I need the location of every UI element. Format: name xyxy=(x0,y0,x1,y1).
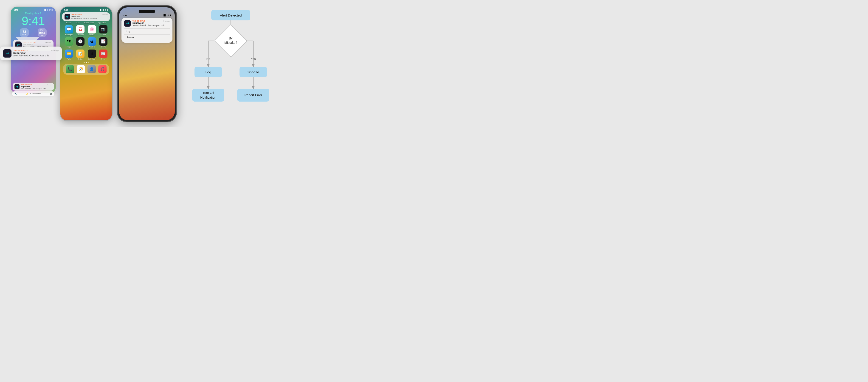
notif-action-icon xyxy=(124,20,131,27)
mini-notif-body: Alert Activated: Check on your child. xyxy=(21,88,52,89)
home-screen-section: 9:41 ▌▌▌ ⊙ ▮ TIME SENSITIVE 34m ago xyxy=(60,6,113,121)
do-not-disturb-label: Do Not Disturb xyxy=(29,93,41,95)
calculator-icon: 🖩 xyxy=(88,49,96,58)
camera-label: Camera xyxy=(100,34,106,36)
battery-icon: ▮ xyxy=(52,9,53,11)
notif-action-content: TIME SENSITIVE 34m ago Supervest Alert A… xyxy=(132,20,170,27)
app-weather[interactable]: 🌤 Weather xyxy=(87,37,97,48)
lock-widgets: 72 68.86 DSP 9:41 AM xyxy=(11,27,56,38)
app-row-3: 💳 Wallet 📝 Notes 🖩 Calculator 📰 News xyxy=(60,48,112,61)
temp-small: 68.86 xyxy=(22,33,26,35)
dock-phone-icon: 📞 xyxy=(66,65,74,73)
notif-action-header: TIME SENSITIVE 34m ago Supervest Alert A… xyxy=(124,20,170,27)
am-label: AM xyxy=(41,35,43,36)
lock-notif-time: 34m ago xyxy=(45,41,51,43)
app-maps[interactable]: 🗺 Maps xyxy=(64,37,74,48)
app-wallet[interactable]: 💳 Wallet xyxy=(64,49,74,60)
home-signal-icon: ▌▌▌ xyxy=(100,9,104,11)
app-notes[interactable]: 📝 Notes xyxy=(75,49,85,60)
widget-time: 9:41 xyxy=(39,31,45,35)
app-shelf-labels: iBooks Files iTunes Store App Store xyxy=(60,22,112,24)
app-calendar[interactable]: MON 14 Calendar xyxy=(75,25,85,36)
lock-bottom-bar: 🔦 🌙 Do Not Disturb 📷 xyxy=(12,91,55,96)
app-row-2: 🗺 Maps 🕐 Clock 🌤 Weather 📈 Stocks xyxy=(60,36,112,48)
turn-off-text-2: Notification xyxy=(200,96,216,99)
messages-icon: 💬 xyxy=(65,25,73,33)
app-calculator[interactable]: 🖩 Calculator xyxy=(87,49,97,60)
home-status-time: 9:41 xyxy=(64,9,68,11)
home-notif-time: 34m ago xyxy=(102,14,108,15)
home-notif-icon xyxy=(64,14,70,20)
dock-music[interactable]: 🎵 xyxy=(98,65,107,73)
news-icon: 📰 xyxy=(99,49,107,58)
app-messages[interactable]: 💬 Messages xyxy=(64,25,74,36)
lock-status-bar: 9:41 ▌▌▌ ⊙ ▮ xyxy=(11,7,56,11)
camera-pill xyxy=(139,10,155,13)
action-notif-time: 34m ago xyxy=(163,20,170,22)
lock-status-time: 9:41 xyxy=(14,9,18,11)
expanded-notif-title: Supervest xyxy=(13,51,59,54)
calendar-label: Calendar xyxy=(77,34,84,36)
messages-label: Messages xyxy=(65,34,72,36)
weather-label: Weather xyxy=(89,46,95,48)
notif-signal-icon: ▌▌▌ xyxy=(163,14,167,16)
weather-icon: 🌤 xyxy=(88,37,96,46)
lock-date: Monday, June 6 xyxy=(11,12,56,14)
log-action-button[interactable]: Log xyxy=(124,29,170,35)
notif-battery-icon: ▮ xyxy=(170,14,170,16)
dock-contacts[interactable]: 👤 xyxy=(87,65,96,73)
notif-phone-screen: 9:41 ▌▌▌ ⊙ ▮ xyxy=(119,7,175,120)
home-notif-body: Alert Activated: Check on your child. xyxy=(71,18,108,19)
home-notif-title: Supervest xyxy=(71,15,108,18)
notif-phone-status-icons: ▌▌▌ ⊙ ▮ xyxy=(163,14,170,16)
clock-icon: 🕐 xyxy=(76,37,85,46)
alert-detected-text: Alert Detected xyxy=(220,13,242,17)
page-dots xyxy=(60,61,112,64)
app-row-1: 💬 Messages MON 14 Calendar 🌸 Photos 📷 Ca… xyxy=(60,24,112,36)
lock-mini-notif[interactable]: TIME SENSITIVE 34m ago Supervest Alert A… xyxy=(12,83,54,91)
lock-notif-expanded[interactable]: TIME SENSITIVE 34m ago Supervest Alert A… xyxy=(0,46,62,60)
notification-phone-section: 9:41 ▌▌▌ ⊙ ▮ xyxy=(117,5,177,122)
dock-safari[interactable]: 🧭 xyxy=(76,65,86,73)
lock-mini-notif-section: TIME SENSITIVE 34m ago Supervest Alert A… xyxy=(10,82,56,97)
do-not-disturb-item[interactable]: 🌙 Do Not Disturb xyxy=(26,93,41,95)
home-wifi-icon: ⊙ xyxy=(105,9,106,11)
home-status-bar: 9:41 ▌▌▌ ⊙ ▮ xyxy=(60,7,112,12)
mini-notif-content: TIME SENSITIVE 34m ago Supervest Alert A… xyxy=(21,84,52,89)
home-status-icons: ▌▌▌ ⊙ ▮ xyxy=(100,9,108,11)
app-stocks[interactable]: 📈 Stocks xyxy=(98,37,108,48)
snooze-text: Snooze xyxy=(248,70,259,74)
shelf-files: Files xyxy=(75,22,80,24)
notif-phone-time: 9:41 xyxy=(123,14,127,16)
maps-icon: 🗺 xyxy=(65,37,73,46)
app-news[interactable]: 📰 News xyxy=(98,49,108,60)
app-clock[interactable]: 🕐 Clock xyxy=(75,37,85,48)
notes-icon: 📝 xyxy=(76,49,85,58)
expanded-notif-body: Alert Activated: Check on your child. xyxy=(13,54,59,57)
photos-label: Photos xyxy=(89,34,94,36)
mini-notif-title: Supervest xyxy=(21,85,52,88)
expanded-time: 34m ago xyxy=(51,49,59,51)
calendar-icon: MON 14 xyxy=(76,25,85,33)
svg-rect-3 xyxy=(65,15,69,19)
expanded-notif-content: TIME SENSITIVE 34m ago Supervest Alert A… xyxy=(13,49,59,57)
notif-phone-frame: 9:41 ▌▌▌ ⊙ ▮ xyxy=(117,5,177,122)
clock-label: Clock xyxy=(78,46,83,48)
shelf-ibooks: iBooks xyxy=(66,22,71,24)
app-camera[interactable]: 📷 Camera xyxy=(98,25,108,36)
app-photos[interactable]: 🌸 Photos xyxy=(87,25,97,36)
home-battery-icon: ▮ xyxy=(107,9,108,11)
turn-off-box xyxy=(192,89,224,102)
camera-item[interactable]: 📷 xyxy=(50,93,52,95)
home-notif-banner[interactable]: TIME SENSITIVE 34m ago Supervest Alert A… xyxy=(62,12,110,21)
home-screen-phone: 9:41 ▌▌▌ ⊙ ▮ TIME SENSITIVE 34m ago xyxy=(60,6,113,121)
log-text: Log xyxy=(205,70,211,74)
dock-safari-icon: 🧭 xyxy=(77,65,85,73)
flowchart-section: Alert Detected By Mistake? No Yes Log Sn… xyxy=(179,5,282,122)
stocks-label: Stocks xyxy=(101,46,105,48)
report-error-text: Report Error xyxy=(244,93,262,97)
dock-phone[interactable]: 📞 xyxy=(65,65,75,73)
dock-music-icon: 🎵 xyxy=(98,65,106,73)
snooze-action-button[interactable]: Snooze xyxy=(124,35,170,40)
home-notif-content: TIME SENSITIVE 34m ago Supervest Alert A… xyxy=(71,14,108,19)
